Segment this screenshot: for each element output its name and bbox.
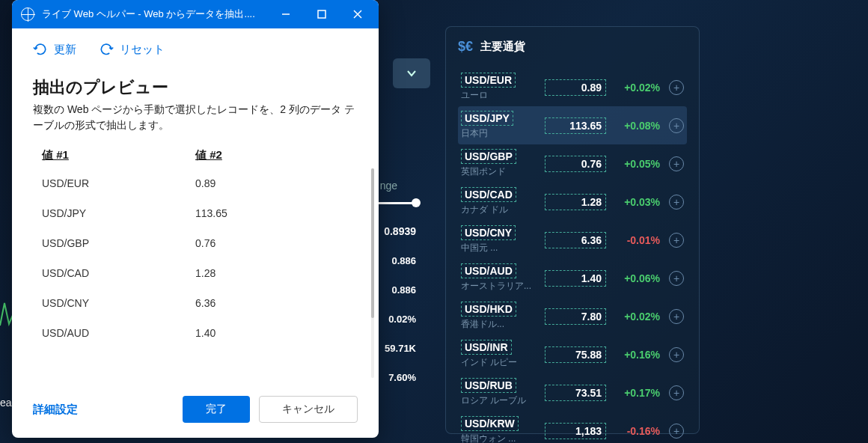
reset-button[interactable]: リセット (99, 42, 165, 57)
currency-change: -0.16% (615, 425, 660, 437)
currency-pair: USD/CNY (461, 225, 516, 240)
dialog-toolbar: 更新 リセット (12, 28, 379, 63)
currency-pair: USD/AUD (461, 263, 516, 278)
refresh-button[interactable]: 更新 (33, 42, 76, 57)
preview-title: 抽出のプレビュー (33, 76, 358, 99)
currency-rate: 1.28 (545, 194, 606, 210)
currency-row[interactable]: USD/CAD カナダ ドル 1.28 +0.03% + (458, 183, 687, 221)
add-icon[interactable]: + (669, 233, 684, 248)
cell-value-2: 113.65 (195, 207, 349, 219)
table-row[interactable]: USD/AUD 1.40 (33, 318, 358, 348)
currency-name: 香港ドル... (461, 318, 545, 331)
cell-value-1: USD/GBP (42, 237, 195, 249)
currency-row[interactable]: USD/EUR ユーロ 0.89 +0.02% + (458, 68, 687, 106)
minimize-button[interactable] (268, 0, 304, 28)
currency-name: 日本円 (461, 127, 545, 140)
preview-description: 複数の Web ページから手動で選択したレコードを、2 列のデータ テーブルの形… (33, 102, 358, 133)
currency-pair: USD/HKD (461, 302, 516, 317)
currency-row[interactable]: USD/JPY 日本円 113.65 +0.08% + (458, 106, 687, 144)
table-header: 値 #1 値 #2 (33, 148, 358, 168)
currency-row[interactable]: USD/CNY 中国元 ... 6.36 -0.01% + (458, 221, 687, 259)
currency-rate: 0.76 (545, 156, 606, 172)
currency-row[interactable]: USD/INR インド ルピー 75.88 +0.16% + (458, 335, 687, 373)
dialog-footer: 詳細設定 完了 キャンセル (12, 387, 379, 438)
dialog-title: ライブ Web ヘルパー - Web からデータを抽出.... (42, 7, 268, 21)
maximize-button[interactable] (304, 0, 340, 28)
currency-change: +0.02% (615, 82, 660, 94)
currency-pair: USD/KRW (461, 416, 519, 431)
add-icon[interactable]: + (669, 118, 684, 133)
table-row[interactable]: USD/GBP 0.76 (33, 228, 358, 258)
currency-rate: 6.36 (545, 232, 606, 248)
cell-value-1: USD/CNY (42, 297, 195, 309)
currency-row[interactable]: USD/AUD オーストラリア... 1.40 +0.06% + (458, 259, 687, 297)
currency-row[interactable]: USD/KRW 韓国ウォン ... 1,183 -0.16% + (458, 412, 687, 443)
currency-rate: 113.65 (545, 117, 606, 134)
cell-value-1: USD/CAD (42, 267, 195, 279)
table-row[interactable]: USD/JPY 113.65 (33, 198, 358, 228)
bg-text: ea (0, 397, 12, 409)
currency-pair: USD/JPY (461, 111, 513, 126)
cell-value-1: USD/AUD (42, 327, 195, 339)
cell-value-2: 1.28 (195, 267, 349, 279)
panel-header: $€ 主要通貨 (458, 39, 687, 55)
table-row[interactable]: USD/CAD 1.28 (33, 258, 358, 288)
currency-change: -0.01% (615, 234, 660, 246)
cell-value-1: USD/JPY (42, 207, 195, 219)
reset-label: リセット (120, 43, 165, 57)
currency-name: カナダ ドル (461, 204, 545, 216)
currency-rate: 1.40 (545, 270, 606, 287)
background-stats: nge 0.8939 0.886 0.886 0.02% 59.71K 7.60… (374, 180, 416, 401)
currency-change: +0.16% (615, 349, 660, 361)
done-button[interactable]: 完了 (183, 396, 250, 423)
dialog-titlebar: ライブ Web ヘルパー - Web からデータを抽出.... (12, 0, 379, 28)
dialog-body: 抽出のプレビュー 複数の Web ページから手動で選択したレコードを、2 列のデ… (12, 63, 379, 387)
column-header-1[interactable]: 値 #1 (42, 148, 195, 162)
currency-row[interactable]: USD/GBP 英国ポンド 0.76 +0.05% + (458, 144, 687, 183)
close-button[interactable] (340, 0, 376, 28)
column-header-2[interactable]: 値 #2 (195, 148, 349, 162)
currency-rate: 0.89 (545, 79, 606, 96)
svg-rect-1 (318, 10, 326, 18)
currency-rate: 7.80 (545, 308, 606, 325)
currency-icon: $€ (458, 39, 473, 55)
currency-rate: 73.51 (545, 385, 606, 401)
currency-name: オーストラリア... (461, 280, 545, 293)
currency-row[interactable]: USD/RUB ロシア ルーブル 73.51 +0.17% + (458, 373, 687, 412)
table-row[interactable]: USD/CNY 6.36 (33, 288, 358, 318)
currency-change: +0.05% (615, 158, 660, 170)
cell-value-2: 6.36 (195, 297, 349, 309)
add-icon[interactable]: + (669, 309, 684, 324)
cell-value-2: 1.40 (195, 327, 349, 339)
currency-change: +0.02% (615, 311, 660, 323)
cancel-button[interactable]: キャンセル (259, 396, 358, 423)
dropdown-chevron[interactable] (393, 58, 430, 88)
currency-rate: 1,183 (545, 423, 606, 439)
currency-row[interactable]: USD/HKD 香港ドル... 7.80 +0.02% + (458, 297, 687, 335)
table-row[interactable]: USD/EUR 0.89 (33, 168, 358, 198)
add-icon[interactable]: + (669, 195, 684, 210)
currency-name: 中国元 ... (461, 242, 545, 254)
scrollbar[interactable] (371, 168, 374, 378)
add-icon[interactable]: + (669, 347, 684, 362)
add-icon[interactable]: + (669, 80, 684, 95)
currency-name: ユーロ (461, 89, 545, 102)
panel-title: 主要通貨 (480, 40, 525, 54)
cell-value-1: USD/EUR (42, 177, 195, 189)
scrollbar-thumb[interactable] (371, 168, 374, 318)
add-icon[interactable]: + (669, 385, 684, 400)
currency-pair: USD/EUR (461, 73, 516, 88)
advanced-settings-link[interactable]: 詳細設定 (33, 403, 78, 417)
add-icon[interactable]: + (669, 424, 684, 439)
cell-value-2: 0.89 (195, 177, 349, 189)
data-table: 値 #1 値 #2 USD/EUR 0.89 USD/JPY 113.65 US… (33, 148, 358, 381)
currency-change: +0.03% (615, 196, 660, 208)
currency-pair: USD/GBP (461, 149, 516, 164)
currency-name: ロシア ルーブル (461, 394, 545, 407)
currency-change: +0.17% (615, 387, 660, 399)
refresh-label: 更新 (54, 43, 76, 57)
add-icon[interactable]: + (669, 271, 684, 286)
currency-name: 韓国ウォン ... (461, 433, 545, 443)
extraction-dialog: ライブ Web ヘルパー - Web からデータを抽出.... 更新 リセット … (12, 0, 379, 438)
add-icon[interactable]: + (669, 156, 684, 171)
